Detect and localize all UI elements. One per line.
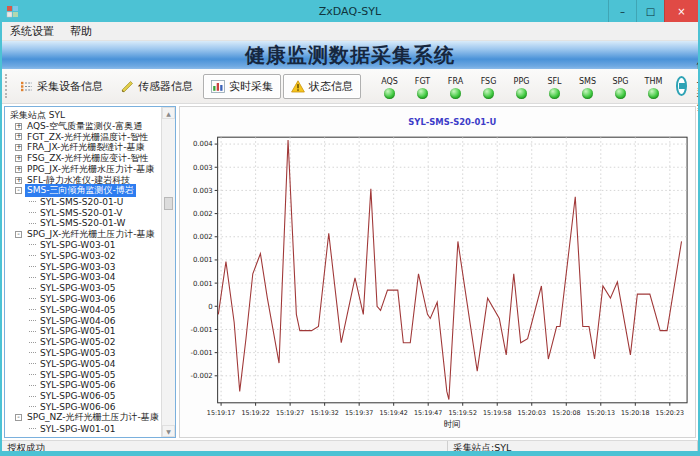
menu-bar: 系统设置帮助 — [2, 22, 698, 41]
tree-item-label: SYL-SPG-W03-03 — [38, 262, 117, 272]
y-tick-label: -0.002 — [190, 372, 212, 380]
tree-item[interactable]: SYL-SPG-W03-02 — [29, 250, 161, 261]
expand-icon[interactable]: + — [15, 144, 22, 151]
x-tick-label: 15:19:32 — [310, 409, 338, 417]
green-led-icon — [648, 88, 659, 99]
collapse-icon[interactable]: - — [15, 414, 22, 421]
button-realtime-collect[interactable]: 实时采集 — [203, 74, 281, 99]
led-label: THM — [637, 77, 670, 86]
toolbar-button-label: 状态信息 — [309, 79, 353, 94]
tree-item[interactable]: SYL-SPG-W03-01 — [29, 240, 161, 251]
warning-icon — [291, 80, 305, 93]
tree-item-label: SYL-SPG-W04-06 — [38, 316, 117, 326]
y-tick-label: 0.004 — [193, 140, 213, 148]
tree-item[interactable]: SYL-SPG-W05-04 — [29, 358, 161, 369]
status-led-ppg: PPG — [505, 74, 538, 99]
close-button[interactable]: × — [664, 0, 698, 22]
expand-icon[interactable]: + — [15, 177, 22, 184]
green-led-icon — [483, 88, 494, 99]
tree-item[interactable]: SYL-SPG-W05-03 — [29, 348, 161, 359]
y-tick-label: 0.003 — [193, 187, 213, 195]
y-tick-label: 0.001 — [193, 279, 213, 287]
button-status-info[interactable]: 状态信息 — [283, 74, 361, 99]
chart-plot-area[interactable] — [218, 137, 687, 403]
tree-connector — [29, 320, 36, 321]
x-tick-label: 15:20:18 — [621, 409, 649, 417]
button-device-info[interactable]: 采集设备信息 — [12, 74, 111, 99]
expand-icon[interactable]: + — [15, 133, 22, 140]
window-title: ZxDAQ-SYL — [2, 5, 698, 18]
status-led-group: AQSFGTFRAFSGPPGSFLSMSSPGTHM — [373, 74, 670, 99]
button-sensor-info[interactable]: 传感器信息 — [113, 74, 201, 99]
x-tick-label: 15:19:58 — [483, 409, 511, 417]
toolbar: 采集设备信息传感器信息实时采集状态信息 AQSFGTFRAFSGPPGSFLSM… — [2, 69, 698, 104]
tree-item[interactable]: SYL-SPG-W05-02 — [29, 337, 161, 348]
tree-item[interactable]: SYL-SPG-W05-06 — [29, 380, 161, 391]
status-led-sms: SMS — [571, 74, 604, 99]
tree-item-label: SYL-SMS-S20-01-U — [38, 197, 125, 207]
status-bar: 授权成功 采集站点:SYL — [2, 440, 698, 456]
tree-connector — [29, 298, 36, 299]
y-tick-label: 0.001 — [193, 256, 213, 264]
x-tick-label: 15:20:13 — [587, 409, 615, 417]
page-title: 健康监测数据采集系统 — [245, 42, 455, 69]
scroll-down-icon[interactable]: ▼ — [162, 425, 175, 437]
x-tick-label: 15:20:03 — [518, 409, 546, 417]
x-tick-label: 15:20:23 — [656, 409, 684, 417]
maximize-button[interactable]: □ — [636, 0, 664, 22]
tree-item-label: SYL-SPG-W01-01 — [38, 424, 117, 434]
x-tick-label: 15:19:27 — [276, 409, 304, 417]
collapse-icon[interactable]: - — [15, 187, 22, 194]
tree-item[interactable]: SYL-SMS-S20-01-U — [29, 196, 161, 207]
tree-item[interactable]: SYL-SPG-W03-04 — [29, 272, 161, 283]
expand-icon[interactable]: + — [15, 166, 22, 173]
tree-item-label: SYL-SPG-W05-06 — [38, 380, 117, 390]
tree-connector — [29, 352, 36, 353]
tree-item-label: SYL-SPG-W06-05 — [38, 391, 117, 401]
tree-item[interactable]: SYL-SPG-W03-06 — [29, 294, 161, 305]
tree-item[interactable]: SYL-SPG-W06-05 — [29, 391, 161, 402]
tree-item[interactable]: SYL-SPG-W05-05 — [29, 369, 161, 380]
collapse-icon[interactable]: - — [15, 231, 22, 238]
minimize-button[interactable]: – — [608, 0, 636, 22]
menu-item-system-settings[interactable]: 系统设置 — [2, 22, 62, 40]
toolbar-button-label: 实时采集 — [229, 79, 273, 94]
tree-item-label: SYL-SPG-W03-06 — [38, 294, 117, 304]
tree-connector — [29, 406, 36, 407]
status-site-text: 采集站点:SYL — [448, 441, 698, 456]
tree-scrollbar[interactable]: ▲ ▼ — [161, 107, 175, 437]
tree-connector — [29, 342, 36, 343]
expand-icon[interactable]: + — [15, 155, 22, 162]
tree-item[interactable]: -SMS-三向倾角监测仪-博岩 — [15, 186, 161, 197]
site-tree: 采集站点 SYL+AQS-空气质量监测仪-富奥通+FGT_ZX-光纤光栅温度计-… — [5, 107, 161, 437]
tree-item[interactable]: SYL-SPG-W04-06 — [29, 315, 161, 326]
tree-item[interactable]: SYL-SPG-W03-05 — [29, 283, 161, 294]
tree-item-label: SYL-SPG-W03-04 — [38, 272, 117, 282]
tree-item[interactable]: SYL-SPG-W04-05 — [29, 304, 161, 315]
title-bar: ZxDAQ-SYL – □ × — [2, 0, 698, 22]
status-led-fgt: FGT — [406, 74, 439, 99]
tree-item[interactable]: SYL-SPG-W05-01 — [29, 326, 161, 337]
status-led-fra: FRA — [439, 74, 472, 99]
tree-item[interactable]: SYL-SPG-W03-03 — [29, 261, 161, 272]
scroll-up-icon[interactable]: ▲ — [162, 107, 175, 119]
tree-connector — [29, 428, 36, 429]
scrollbar-thumb[interactable] — [164, 197, 173, 210]
menu-item-help[interactable]: 帮助 — [62, 22, 100, 40]
tree-connector — [29, 201, 36, 202]
tree-item[interactable]: -SPG_JX-光纤光栅土压力计-基康 — [15, 229, 161, 240]
green-led-icon — [615, 88, 626, 99]
tree-connector — [29, 223, 36, 224]
tree-item-label: SYL-SPG-W05-05 — [38, 370, 117, 380]
x-tick-label: 15:19:47 — [414, 409, 442, 417]
tree-item[interactable]: SYL-SMS-S20-01-V — [29, 207, 161, 218]
green-led-icon — [384, 88, 395, 99]
chart-panel: 0.0040.0030.0030.0020.0020.0010.0010-0.0… — [179, 106, 696, 438]
tree-item[interactable]: -SPG_NZ-光纤光栅土压力计-基康 — [15, 412, 161, 423]
led-label: SFL — [538, 77, 571, 86]
x-tick-label: 15:19:42 — [379, 409, 407, 417]
tree-item-label: SYL-SPG-W05-04 — [38, 359, 117, 369]
tree-item[interactable]: SYL-SPG-W01-01 — [29, 423, 161, 434]
expand-icon[interactable]: + — [15, 123, 22, 130]
tree-item-label: SMS-三向倾角监测仪-博岩 — [25, 184, 136, 197]
